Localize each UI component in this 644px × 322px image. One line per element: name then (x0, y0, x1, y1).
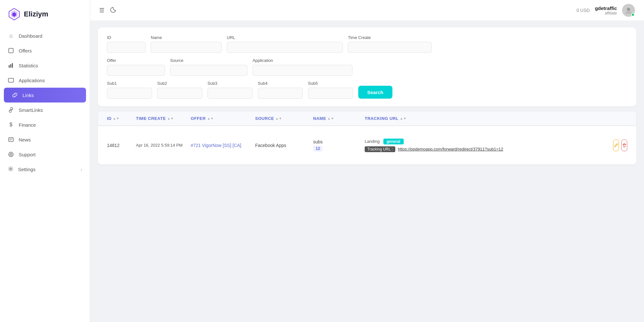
url-input[interactable] (227, 42, 343, 53)
sub4-input[interactable] (258, 88, 303, 99)
dark-mode-icon[interactable] (110, 6, 117, 15)
sidebar-item-applications[interactable]: Applications (0, 73, 90, 88)
sub3-label: Sub3 (207, 81, 253, 86)
source-input[interactable] (170, 65, 247, 76)
sub3-input[interactable] (207, 88, 253, 99)
finance-icon: $ (8, 122, 14, 128)
user-info: gdetraffic affiliate (595, 5, 617, 15)
field-group-sub5: Sub5 (308, 81, 353, 99)
sidebar-item-label: Dashboard (19, 33, 42, 39)
name-label: Name (151, 35, 222, 40)
tracking-url-value[interactable]: https://ppdemoapp.com/forward/redirect/3… (398, 147, 503, 151)
offers-icon (8, 47, 14, 54)
tracking-url-row: Tracking URL : https://ppdemoapp.com/for… (365, 146, 608, 152)
svg-point-12 (627, 8, 630, 11)
sidebar-item-label: SmartLinks (19, 107, 43, 113)
sub5-input[interactable] (308, 88, 353, 99)
sort-icon-offer[interactable]: ▲▼ (207, 117, 214, 120)
sidebar-item-smartlinks[interactable]: SmartLinks (0, 102, 90, 117)
avatar-wrapper[interactable] (622, 4, 635, 17)
sidebar-item-settings[interactable]: Settings › (0, 162, 90, 177)
name-input[interactable] (151, 42, 222, 53)
name-value: subs (313, 139, 360, 144)
logo-icon (8, 8, 21, 21)
application-input[interactable] (253, 65, 352, 76)
header-left: ☰ (99, 6, 117, 15)
time-create-input[interactable] (348, 42, 432, 53)
table-card: ID ▲▼ TIME CREATE ▲▼ OFFER ▲▼ SOURCE ▲▼ … (98, 112, 636, 165)
hamburger-icon[interactable]: ☰ (99, 7, 104, 14)
svg-rect-4 (9, 65, 10, 68)
field-group-sub3: Sub3 (207, 81, 253, 99)
cell-actions (610, 134, 630, 156)
action-buttons (613, 140, 627, 151)
application-label: Application (253, 58, 352, 63)
sidebar-item-label: Offers (19, 48, 32, 54)
filter-row-1: ID Name URL Time Create (107, 35, 627, 53)
sidebar-item-statistics[interactable]: Statistics (0, 58, 90, 73)
smartlinks-icon (8, 107, 14, 113)
landing-row: Landing: general (365, 139, 608, 144)
applications-icon (8, 77, 14, 83)
sort-icon-tracking-url[interactable]: ▲▼ (400, 117, 407, 120)
logo-area: Eliziym (0, 5, 90, 28)
sidebar-item-dashboard[interactable]: ⌂ Dashboard (0, 28, 90, 43)
settings-label: Settings (18, 167, 35, 172)
online-indicator (631, 13, 635, 16)
source-label: Source (170, 58, 247, 63)
sidebar-item-label: Statistics (19, 63, 38, 68)
sub5-label: Sub5 (308, 81, 353, 86)
sidebar-nav: ⌂ Dashboard Offers Statistics Applicatio… (0, 28, 90, 177)
sub1-input[interactable] (107, 88, 152, 99)
field-group-offer: Offer (107, 58, 165, 76)
field-group-application: Application (253, 58, 352, 76)
cell-id: 14812 (104, 138, 133, 153)
sort-icon-time-create[interactable]: ▲▼ (167, 117, 174, 120)
sub1-label: Sub1 (107, 81, 152, 86)
statistics-icon (8, 62, 14, 69)
th-offer: OFFER ▲▼ (188, 112, 253, 125)
header-right: 0 USD gdetraffic affiliate (576, 4, 635, 17)
id-label: ID (107, 35, 146, 40)
field-group-name: Name (151, 35, 222, 53)
news-icon (8, 136, 14, 143)
sidebar-item-support[interactable]: Support (0, 147, 90, 162)
sort-icon-source[interactable]: ▲▼ (275, 117, 282, 120)
offer-input[interactable] (107, 65, 165, 76)
subs-badge: 12 (313, 146, 322, 151)
svg-rect-8 (9, 138, 13, 141)
svg-point-9 (9, 152, 13, 157)
th-name: NAME ▲▼ (311, 112, 362, 125)
sub2-label: Sub2 (157, 81, 202, 86)
edit-button[interactable] (613, 140, 619, 151)
chevron-right-icon: › (81, 167, 82, 172)
sidebar-item-news[interactable]: News (0, 132, 90, 147)
sidebar-item-finance[interactable]: $ Finance (0, 117, 90, 132)
cell-time-create: Apr 16, 2022 5:59:14 PM (133, 138, 188, 153)
th-time-create: TIME CREATE ▲▼ (133, 112, 188, 125)
svg-point-11 (10, 168, 12, 170)
home-icon: ⌂ (8, 33, 14, 39)
sort-icon-name[interactable]: ▲▼ (327, 117, 334, 120)
table-row: 14812 Apr 16, 2022 5:59:14 PM #721 Vigor… (98, 126, 636, 165)
field-group-id: ID (107, 35, 146, 53)
delete-button[interactable] (621, 140, 627, 151)
sidebar-item-offers[interactable]: Offers (0, 43, 90, 58)
field-group-sub2: Sub2 (157, 81, 202, 99)
sub4-label: Sub4 (258, 81, 303, 86)
sidebar-item-links[interactable]: Links (4, 88, 86, 102)
th-id: ID ▲▼ (104, 112, 133, 125)
id-input[interactable] (107, 42, 146, 53)
offer-label: Offer (107, 58, 165, 63)
offer-link[interactable]: #721 VigorNow [SS] [CA] (191, 143, 241, 148)
sidebar-item-label: News (19, 137, 31, 142)
sort-icon-id[interactable]: ▲▼ (113, 117, 120, 120)
cell-name: subs 12 (311, 134, 362, 157)
svg-point-10 (10, 153, 12, 155)
svg-rect-3 (9, 48, 13, 53)
search-button[interactable]: Search (358, 86, 392, 99)
field-group-time-create: Time Create (348, 35, 432, 53)
sub2-input[interactable] (157, 88, 202, 99)
sidebar-item-label: Support (19, 152, 36, 157)
th-source: SOURCE ▲▼ (253, 112, 311, 125)
